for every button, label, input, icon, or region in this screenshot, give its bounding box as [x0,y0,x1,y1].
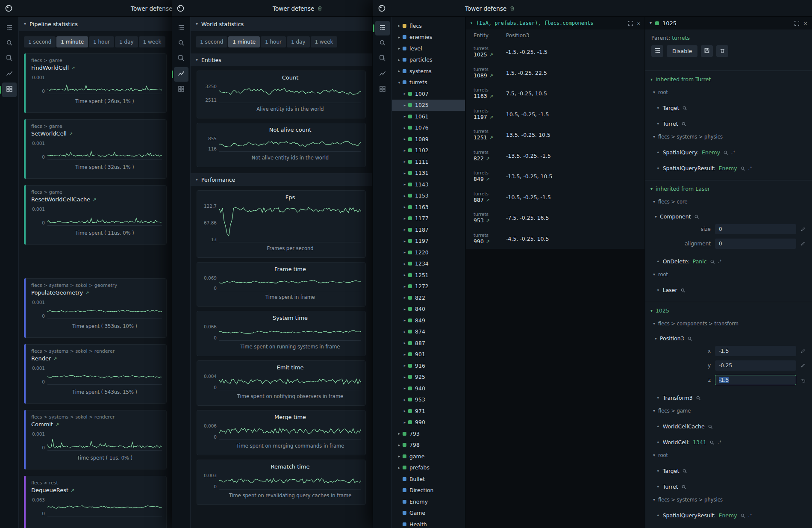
query-result-row[interactable]: turrets849↗-13.5, -0.25, 10.5 [466,166,644,187]
expand-arrow-icon[interactable]: ▸ [396,466,402,470]
magnifier-icon[interactable] [687,336,692,341]
component-path[interactable]: ▾root [645,452,812,458]
disable-button[interactable]: Disable [667,45,697,57]
tree-item-1143[interactable]: ▸1143 [392,179,465,190]
expand-arrow-icon[interactable]: ▸ [402,239,408,243]
pipeline-panel-header[interactable]: ▾ Pipeline statistics [19,17,172,31]
expand-arrow-icon[interactable]: ▸ [396,58,402,62]
component-path[interactable]: ▾root [645,89,812,95]
tree-item-822[interactable]: ▸822 [392,292,465,304]
expand-arrow-icon[interactable]: ▸ [396,454,402,458]
section-header[interactable]: ▾Entities [191,53,372,66]
section-header[interactable]: ▾Performance [191,173,372,186]
period-button[interactable]: 1 week [139,36,166,47]
tree-item-990[interactable]: ▸990 [392,417,465,428]
component-row[interactable]: ▾Component [645,213,812,220]
expand-arrow-icon[interactable]: ▸ [402,103,408,107]
system-name-link[interactable]: Commit [31,421,53,428]
field-input-alignment[interactable]: 0 [715,239,796,249]
tree-item-1025[interactable]: ▸1025 [392,100,465,111]
field-input-size[interactable]: 0 [715,224,796,234]
query-result-row[interactable]: turrets1197↗10.5, -0.25, -1.5 [466,104,644,125]
entity-link[interactable]: 822 [474,155,484,162]
period-button[interactable]: 1 hour [89,36,114,47]
expand-arrow-icon[interactable]: ▸ [396,24,402,28]
magnifier-icon[interactable] [681,484,686,490]
tree-item-953[interactable]: ▸953 [392,394,465,406]
tree-item-1187[interactable]: ▸1187 [392,224,465,236]
entity-link[interactable]: 849 [474,176,484,182]
expand-arrow-icon[interactable]: ▸ [402,227,408,232]
expand-arrow-icon[interactable]: ▸ [402,352,408,357]
chart-view-button[interactable] [2,67,17,82]
expand-arrow-icon[interactable]: ▸ [402,398,408,402]
tree-item-enemies[interactable]: ▸enemies [392,32,465,43]
tree-item-1131[interactable]: ▸1131 [392,168,465,179]
entity-link[interactable]: 953 [474,217,484,224]
tree-item-1163[interactable]: ▸1163 [392,201,465,213]
trash-icon[interactable] [509,6,515,11]
edit-pencil-icon[interactable] [800,363,806,368]
entity-link[interactable]: 1197 [474,114,487,120]
tree-item-940[interactable]: ▸940 [392,383,465,394]
inspector-section-header[interactable]: ▾1025 [645,302,812,314]
system-name-link[interactable]: ResetWorldCellCache [31,196,90,203]
magnifier-icon[interactable] [696,395,701,401]
entity-link[interactable]: 1251 [474,134,487,141]
query-result-row[interactable]: turrets953↗-7.5, -0.25, 16.5 [466,207,644,228]
inspect-view-button[interactable] [375,52,390,66]
period-button[interactable]: 1 second [196,36,227,47]
expand-arrow-icon[interactable]: ▸ [396,46,402,50]
expand-arrow-icon[interactable]: ▸ [396,69,402,73]
inspector-caret-icon[interactable]: ▾ [650,21,652,25]
tree-item-798[interactable]: ▸798 [392,440,465,451]
window-titlebar[interactable]: Tower defense [373,0,812,17]
inspector-section-header[interactable]: ▾inherited from Turret [645,71,812,83]
field-input-y[interactable]: -0.25 [715,360,796,371]
tree-item-level[interactable]: ▸level [392,43,465,54]
expand-query-icon[interactable] [628,21,633,26]
tree-item-1076[interactable]: ▸1076 [392,122,465,134]
parent-link[interactable]: turrets [672,35,690,41]
tree-item-916[interactable]: ▸916 [392,360,465,372]
entity-link[interactable]: 990 [474,238,484,245]
grid-view-button[interactable] [174,83,188,97]
expand-arrow-icon[interactable]: ▸ [396,431,402,436]
expand-arrow-icon[interactable]: ▸ [402,262,408,266]
tree-item-turrets[interactable]: ▾turrets [392,77,465,88]
expand-arrow-icon[interactable]: ▸ [396,35,402,39]
tree-item-1061[interactable]: ▸1061 [392,111,465,122]
save-button[interactable] [701,45,713,57]
tree-view-button[interactable] [174,21,188,35]
period-button[interactable]: 1 day [115,36,138,47]
query-result-row[interactable]: turrets1089↗1.5, -0.25, 22.5 [466,62,644,83]
tree-item-925[interactable]: ▸925 [392,372,465,383]
tree-item-1272[interactable]: ▸1272 [392,281,465,292]
edit-pencil-icon[interactable] [800,348,806,354]
expand-arrow-icon[interactable]: ▸ [402,420,408,425]
tree-item-971[interactable]: ▸971 [392,405,465,417]
tree-item-887[interactable]: ▸887 [392,337,465,349]
query-result-row[interactable]: turrets822↗-13.5, -0.25, -1.5 [466,145,644,166]
entity-link[interactable]: 1089 [474,72,487,79]
tree-item-874[interactable]: ▸874 [392,326,465,338]
expand-arrow-icon[interactable]: ▸ [402,194,408,198]
grid-view-button[interactable] [375,83,390,97]
period-button[interactable]: 1 day [287,36,310,47]
expand-arrow-icon[interactable]: ▸ [402,137,408,141]
expand-arrow-icon[interactable]: ▸ [402,363,408,368]
pair-value[interactable]: Panic [693,258,707,265]
expand-arrow-icon[interactable]: ▸ [402,216,408,221]
magnifier-icon[interactable] [740,513,745,518]
component-row[interactable]: ▾Position3 [645,335,812,342]
expand-arrow-icon[interactable]: ▾ [396,80,402,85]
tree-item-Direction[interactable]: Direction [392,485,465,496]
tree-item-flecs[interactable]: ▸flecs [392,20,465,32]
expand-arrow-icon[interactable]: ▸ [402,148,408,153]
grid-view-button[interactable] [2,83,17,97]
pair-value[interactable]: Enemy [719,512,737,519]
entity-link[interactable]: 1025 [474,51,487,58]
expand-arrow-icon[interactable]: ▸ [402,182,408,186]
magnifier-icon[interactable] [709,440,715,445]
field-input-z[interactable]: -1.5 [715,375,796,385]
